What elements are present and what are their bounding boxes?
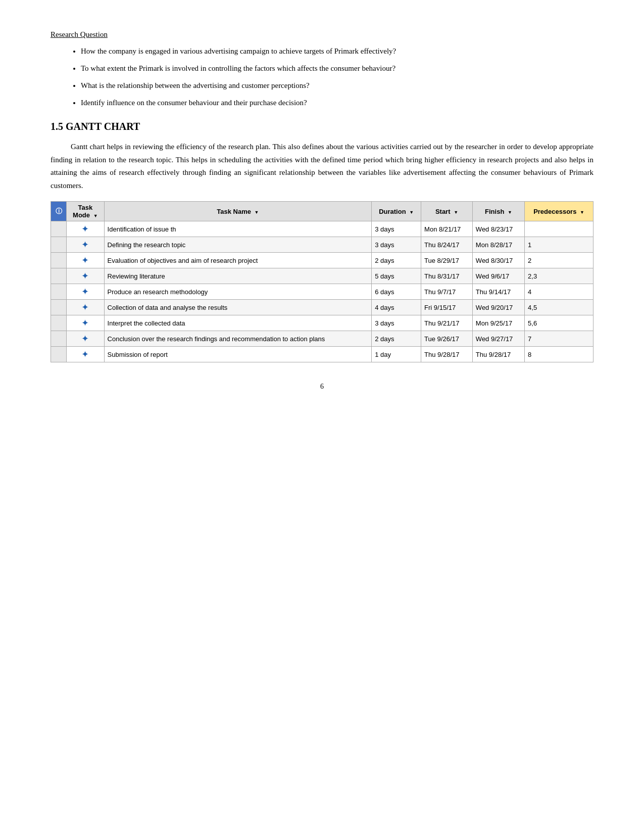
table-cell-start: Tue 9/26/17 xyxy=(421,331,473,347)
list-item: To what extent the Primark is involved i… xyxy=(81,62,593,74)
research-question-heading: Research Question xyxy=(51,30,593,39)
table-row: ✦Produce an research methodology6 daysTh… xyxy=(51,284,593,300)
table-cell-start: Thu 9/7/17 xyxy=(421,284,473,300)
gantt-table: ⓘ TaskMode ▼ Task Name ▼ Duration ▼ Star… xyxy=(51,201,593,362)
page-number: 6 xyxy=(51,383,593,391)
task-mode-icon: ✦ xyxy=(81,240,89,250)
table-cell-predecessors: 8 xyxy=(525,347,593,362)
table-header-predecessors[interactable]: Predecessors ▼ xyxy=(525,202,593,221)
table-cell-start: Thu 9/28/17 xyxy=(421,347,473,362)
table-cell-predecessors: 1 xyxy=(525,237,593,253)
table-header-duration[interactable]: Duration ▼ xyxy=(372,202,421,221)
table-cell-duration: 2 days xyxy=(372,253,421,268)
table-cell-predecessors xyxy=(525,221,593,237)
table-cell-start: Mon 8/21/17 xyxy=(421,221,473,237)
table-row: ✦Conclusion over the research findings a… xyxy=(51,331,593,347)
table-row: ✦Interpret the collected data3 daysThu 9… xyxy=(51,315,593,331)
table-cell-name: Collection of data and analyse the resul… xyxy=(104,300,372,315)
table-cell-info xyxy=(51,221,67,237)
list-item: Identify influence on the consumer behav… xyxy=(81,97,593,109)
table-cell-predecessors: 5,6 xyxy=(525,315,593,331)
table-cell-finish: Mon 8/28/17 xyxy=(472,237,524,253)
table-cell-mode: ✦ xyxy=(67,347,105,362)
table-cell-duration: 5 days xyxy=(372,268,421,284)
section-heading: 1.5 GANTT CHART xyxy=(51,121,593,132)
table-cell-info xyxy=(51,284,67,300)
table-cell-mode: ✦ xyxy=(67,284,105,300)
table-cell-finish: Wed 8/30/17 xyxy=(472,253,524,268)
table-cell-info xyxy=(51,315,67,331)
task-mode-icon: ✦ xyxy=(81,255,89,265)
table-cell-predecessors: 4,5 xyxy=(525,300,593,315)
table-cell-info xyxy=(51,237,67,253)
table-header-start[interactable]: Start ▼ xyxy=(421,202,473,221)
table-header-info: ⓘ xyxy=(51,202,67,221)
table-row: ✦Collection of data and analyse the resu… xyxy=(51,300,593,315)
table-cell-name: Defining the research topic xyxy=(104,237,372,253)
table-cell-name: Identification of issue th xyxy=(104,221,372,237)
table-cell-info xyxy=(51,300,67,315)
table-cell-finish: Wed 9/20/17 xyxy=(472,300,524,315)
table-cell-mode: ✦ xyxy=(67,237,105,253)
table-cell-name: Submission of report xyxy=(104,347,372,362)
table-cell-finish: Wed 8/23/17 xyxy=(472,221,524,237)
task-mode-icon: ✦ xyxy=(81,224,89,234)
table-cell-mode: ✦ xyxy=(67,315,105,331)
table-cell-name: Reviewing literature xyxy=(104,268,372,284)
table-row: ✦Reviewing literature5 daysThu 8/31/17We… xyxy=(51,268,593,284)
table-cell-info xyxy=(51,331,67,347)
table-cell-info xyxy=(51,347,67,362)
table-cell-duration: 2 days xyxy=(372,331,421,347)
table-cell-mode: ✦ xyxy=(67,253,105,268)
table-cell-finish: Mon 9/25/17 xyxy=(472,315,524,331)
table-cell-mode: ✦ xyxy=(67,331,105,347)
task-mode-icon: ✦ xyxy=(81,334,89,344)
table-cell-start: Tue 8/29/17 xyxy=(421,253,473,268)
table-cell-start: Thu 9/21/17 xyxy=(421,315,473,331)
table-cell-duration: 3 days xyxy=(372,237,421,253)
table-cell-duration: 4 days xyxy=(372,300,421,315)
list-item: What is the relationship between the adv… xyxy=(81,79,593,91)
body-paragraph: Gantt chart helps in reviewing the effic… xyxy=(51,141,593,192)
table-cell-name: Conclusion over the research findings an… xyxy=(104,331,372,347)
table-cell-duration: 6 days xyxy=(372,284,421,300)
table-cell-name: Produce an research methodology xyxy=(104,284,372,300)
table-cell-mode: ✦ xyxy=(67,268,105,284)
table-cell-mode: ✦ xyxy=(67,300,105,315)
table-cell-finish: Wed 9/27/17 xyxy=(472,331,524,347)
table-row: ✦Evaluation of objectives and aim of res… xyxy=(51,253,593,268)
table-cell-start: Fri 9/15/17 xyxy=(421,300,473,315)
task-mode-icon: ✦ xyxy=(81,349,89,359)
table-cell-mode: ✦ xyxy=(67,221,105,237)
table-cell-duration: 1 day xyxy=(372,347,421,362)
task-mode-icon: ✦ xyxy=(81,318,89,328)
table-cell-finish: Thu 9/14/17 xyxy=(472,284,524,300)
table-cell-name: Evaluation of objectives and aim of rese… xyxy=(104,253,372,268)
table-header-mode[interactable]: TaskMode ▼ xyxy=(67,202,105,221)
table-cell-finish: Wed 9/6/17 xyxy=(472,268,524,284)
table-cell-predecessors: 2,3 xyxy=(525,268,593,284)
table-cell-predecessors: 4 xyxy=(525,284,593,300)
bullet-list: How the company is engaged in various ad… xyxy=(51,45,593,109)
table-cell-predecessors: 7 xyxy=(525,331,593,347)
table-cell-start: Thu 8/31/17 xyxy=(421,268,473,284)
table-cell-name: Interpret the collected data xyxy=(104,315,372,331)
table-row: ✦Submission of report1 dayThu 9/28/17Thu… xyxy=(51,347,593,362)
list-item: How the company is engaged in various ad… xyxy=(81,45,593,57)
table-cell-info xyxy=(51,253,67,268)
table-cell-predecessors: 2 xyxy=(525,253,593,268)
table-row: ✦Defining the research topic3 daysThu 8/… xyxy=(51,237,593,253)
table-cell-duration: 3 days xyxy=(372,221,421,237)
table-cell-duration: 3 days xyxy=(372,315,421,331)
task-mode-icon: ✦ xyxy=(81,302,89,312)
table-cell-info xyxy=(51,268,67,284)
task-mode-icon: ✦ xyxy=(81,287,89,297)
table-header-finish[interactable]: Finish ▼ xyxy=(472,202,524,221)
table-row: ✦Identification of issue th3 daysMon 8/2… xyxy=(51,221,593,237)
table-cell-finish: Thu 9/28/17 xyxy=(472,347,524,362)
table-header-name[interactable]: Task Name ▼ xyxy=(104,202,372,221)
table-cell-start: Thu 8/24/17 xyxy=(421,237,473,253)
task-mode-icon: ✦ xyxy=(81,271,89,281)
